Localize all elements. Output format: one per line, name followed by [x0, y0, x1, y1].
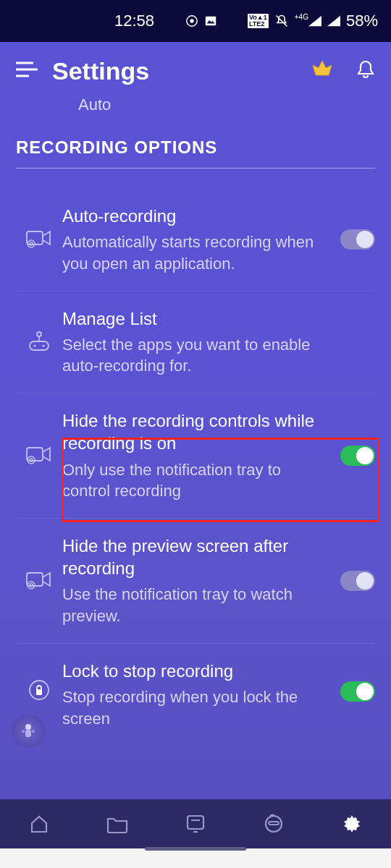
svg-rect-33: [188, 816, 203, 829]
svg-point-31: [22, 730, 25, 733]
video-gear-icon: [25, 227, 53, 252]
video-gear-icon: [25, 569, 53, 593]
menu-icon[interactable]: [16, 61, 38, 80]
nav-home[interactable]: [25, 809, 54, 838]
signal-4g-icon: +4G: [295, 15, 321, 27]
status-bar: 12:58 Vo▲1LTE2 +4G 58%: [0, 0, 391, 42]
bottom-nav: [0, 799, 391, 848]
highlight-box: [62, 438, 379, 522]
volte-icon: Vo▲1LTE2: [248, 14, 269, 28]
page-title: Settings: [52, 57, 311, 85]
svg-rect-16: [30, 341, 49, 350]
setting-hide-preview[interactable]: Hide the preview screen after recording …: [16, 519, 375, 644]
setting-auto-recording[interactable]: Auto-recording Automatically starts reco…: [16, 189, 375, 292]
nav-feed[interactable]: [181, 809, 210, 838]
home-indicator[interactable]: [145, 847, 246, 851]
svg-marker-24: [43, 573, 50, 586]
battery-percent: 58%: [346, 12, 378, 30]
partial-prev-item: Auto: [0, 95, 391, 114]
svg-marker-9: [313, 61, 332, 75]
signal-icon: [327, 15, 340, 27]
item-title: Manage List: [62, 307, 329, 330]
svg-point-14: [37, 332, 41, 336]
svg-marker-20: [43, 448, 50, 461]
status-time: 12:58: [114, 12, 154, 30]
svg-rect-2: [206, 17, 216, 26]
item-subtitle: Use the notification tray to watch previ…: [62, 584, 329, 626]
svg-point-21: [28, 456, 35, 464]
setting-manage-list[interactable]: Manage List Select the apps you want to …: [16, 292, 375, 394]
item-title: Auto-recording: [62, 205, 329, 227]
item-subtitle: Automatically starts recording when you …: [62, 231, 329, 274]
item-title: Lock to stop recording: [62, 660, 329, 682]
svg-rect-30: [25, 730, 31, 737]
item-title: Hide the preview screen after recording: [62, 535, 329, 579]
lock-icon: [28, 679, 50, 704]
svg-marker-5: [327, 16, 340, 26]
toolbar: Settings: [0, 42, 391, 100]
app-screen: Settings Auto RECORDING OPTIONS Auto-rec…: [0, 42, 391, 848]
svg-point-25: [28, 582, 35, 589]
svg-point-12: [28, 240, 35, 247]
nav-settings[interactable]: [337, 809, 366, 838]
gamepad-icon: [27, 330, 51, 354]
nav-face[interactable]: [259, 809, 288, 838]
premium-crown-icon[interactable]: [311, 59, 333, 82]
toggle-auto-recording[interactable]: [340, 229, 375, 250]
system-nav-area: [0, 848, 391, 868]
svg-marker-4: [308, 16, 321, 26]
toggle-hide-preview[interactable]: [340, 571, 375, 591]
svg-point-26: [30, 584, 33, 587]
svg-point-18: [42, 344, 44, 346]
section-header: RECORDING OPTIONS: [16, 137, 375, 169]
svg-point-17: [33, 344, 35, 346]
svg-point-32: [32, 730, 35, 733]
target-icon: [185, 14, 198, 27]
item-subtitle: Stop recording when you lock the screen: [62, 686, 329, 724]
setting-lock-stop[interactable]: Lock to stop recording Stop recording wh…: [16, 644, 375, 740]
toggle-lock-stop[interactable]: [340, 681, 375, 702]
floating-widget[interactable]: [12, 715, 45, 748]
video-gear-icon: [25, 443, 53, 468]
image-icon: [204, 14, 217, 27]
svg-point-22: [30, 459, 33, 461]
svg-rect-37: [269, 822, 279, 825]
svg-point-29: [25, 724, 31, 730]
svg-marker-11: [43, 231, 50, 244]
svg-point-1: [190, 19, 193, 22]
notification-bell-icon[interactable]: [356, 59, 375, 82]
mute-icon: [274, 14, 289, 28]
nav-folder[interactable]: [103, 809, 132, 838]
svg-point-13: [30, 242, 33, 245]
svg-rect-28: [36, 689, 42, 695]
item-subtitle: Select the apps you want to enable auto-…: [62, 334, 329, 377]
